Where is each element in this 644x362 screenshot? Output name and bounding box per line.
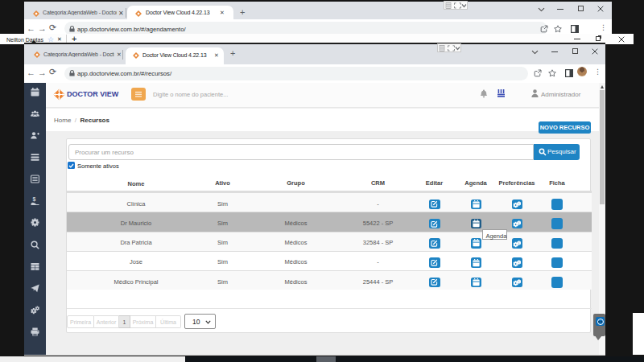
svg-text:$: $ bbox=[33, 196, 36, 203]
